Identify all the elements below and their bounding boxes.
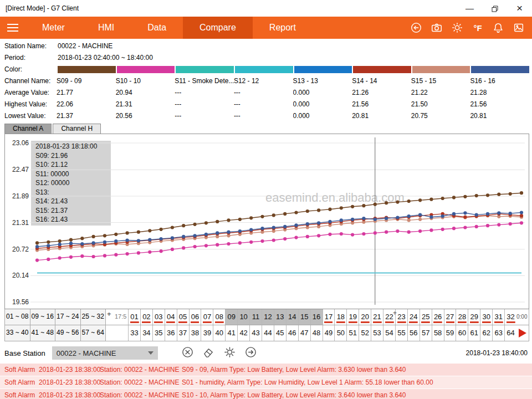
channel-number-cell[interactable]: 25 — [420, 309, 432, 325]
channel-number-cell[interactable]: 21 — [371, 309, 383, 325]
menu-icon[interactable] — [0, 17, 25, 39]
channel-number-cell[interactable]: 17 — [323, 309, 335, 325]
channel-number-cell[interactable]: 56 — [407, 325, 420, 341]
channel-group-button[interactable]: 01 ~ 08 — [5, 309, 30, 325]
channel-number-cell[interactable]: 60 — [456, 325, 468, 341]
channel-number-cell[interactable]: 02 — [140, 309, 152, 325]
channel-number-cell[interactable]: 14 — [286, 309, 298, 325]
nav-tab-hmi[interactable]: HMI — [81, 17, 131, 39]
expand-plus-button-2[interactable]: + — [393, 309, 397, 317]
channel-number-cell[interactable]: 57 — [420, 325, 432, 341]
channel-group-button[interactable]: 25 ~ 32 — [81, 309, 106, 325]
sync-icon[interactable] — [408, 20, 424, 35]
channel-number-cell[interactable]: 20 — [359, 309, 371, 325]
channel-number-cell[interactable]: 29 — [468, 309, 480, 325]
channel-number-cell[interactable]: 31 — [492, 309, 504, 325]
channel-number-cell[interactable]: 51 — [346, 325, 359, 341]
channel-number-cell[interactable]: 30 — [480, 309, 492, 325]
channel-number-cell[interactable]: 64 — [504, 325, 516, 341]
channel-number-cell[interactable]: 38 — [189, 325, 201, 341]
channel-number-cell[interactable]: 16 — [310, 309, 323, 325]
channel-number-cell[interactable]: 49 — [323, 325, 335, 341]
fahrenheit-icon[interactable]: °F — [470, 20, 485, 35]
alarm-row[interactable]: Soft Alarm2018-01-23 18:38:00Station: 00… — [0, 364, 532, 376]
channel-number-cell[interactable]: 33 — [128, 325, 140, 341]
channel-number-cell[interactable]: 24 — [407, 309, 420, 325]
channel-number-cell[interactable]: 34 — [140, 325, 152, 341]
channel-number-cell[interactable]: 43 — [249, 325, 262, 341]
channel-number-cell[interactable]: 01 — [128, 309, 140, 325]
channel-number-cell[interactable]: 26 — [432, 309, 444, 325]
channel-number-cell[interactable]: 55 — [395, 325, 407, 341]
channel-number-cell[interactable]: 37 — [177, 325, 189, 341]
channel-number-cell[interactable]: 13 — [274, 309, 286, 325]
brightness-icon[interactable] — [449, 20, 465, 35]
channel-number-cell[interactable]: 11 — [249, 309, 262, 325]
alarm-row[interactable]: Soft Alarm2018-01-23 18:38:00Station: 00… — [0, 376, 532, 388]
channel-number-cell[interactable]: 10 — [237, 309, 249, 325]
channel-number-cell[interactable]: 27 — [444, 309, 456, 325]
channel-number-cell[interactable]: 42 — [237, 325, 249, 341]
channel-number-cell[interactable]: 50 — [334, 325, 346, 341]
camera-icon[interactable] — [429, 20, 444, 35]
channel-number-cell[interactable]: 04 — [165, 309, 177, 325]
channel-number-cell[interactable]: 48 — [310, 325, 323, 341]
channel-number-cell[interactable]: 03 — [152, 309, 165, 325]
channel-number-cell[interactable]: 35 — [152, 325, 165, 341]
channel-group-button[interactable]: 33 ~ 40 — [5, 325, 30, 341]
channel-group-button[interactable]: 09 ~ 16 — [30, 309, 56, 325]
settings-gear-button[interactable] — [223, 346, 236, 361]
channel-number-cell[interactable]: 18 — [334, 309, 346, 325]
channel-number-cell[interactable]: 53 — [371, 325, 383, 341]
channel-group-button[interactable]: 49 ~ 56 — [55, 325, 81, 341]
restore-button[interactable] — [482, 0, 507, 17]
channel-number-cell[interactable]: 15 — [298, 309, 310, 325]
scroll-right-arrow[interactable] — [516, 325, 529, 341]
channel-number-cell[interactable]: 58 — [432, 325, 444, 341]
channel-number-cell[interactable]: 09 — [225, 309, 237, 325]
trend-chart[interactable]: 2018-01-23 18:18:00S09: 21.96S10: 21.12S… — [4, 134, 529, 309]
go-arrow-button[interactable] — [244, 346, 257, 361]
channel-number-cell[interactable]: 36 — [165, 325, 177, 341]
channel-number-cell[interactable]: 59 — [444, 325, 456, 341]
channel-number-cell[interactable]: 08 — [213, 309, 225, 325]
channel-number-cell[interactable]: 63 — [492, 325, 504, 341]
close-button[interactable]: × — [507, 0, 532, 17]
channel-group-button[interactable]: 17 ~ 24 — [55, 309, 81, 325]
channel-number-cell[interactable]: 19 — [346, 309, 359, 325]
channel-number-cell[interactable]: 40 — [213, 325, 225, 341]
nav-tab-report[interactable]: Report — [253, 17, 313, 39]
minimize-button[interactable]: — — [457, 0, 482, 17]
channel-group-button[interactable]: 41 ~ 48 — [30, 325, 56, 341]
tab-channel-h[interactable]: Channel H — [53, 124, 101, 134]
snapshot-icon[interactable] — [511, 20, 526, 35]
eraser-button[interactable] — [202, 346, 215, 361]
channel-number-cell[interactable]: 23 — [395, 309, 407, 325]
channel-number-cell[interactable]: 54 — [383, 325, 395, 341]
channel-number-cell[interactable]: 46 — [286, 325, 298, 341]
channel-number-cell[interactable]: 61 — [468, 325, 480, 341]
channel-number-cell[interactable]: 28 — [456, 309, 468, 325]
channel-number-cell[interactable]: 45 — [274, 325, 286, 341]
channel-number-cell[interactable]: 41 — [225, 325, 237, 341]
expand-plus-button[interactable]: + — [107, 310, 111, 318]
alarm-row[interactable]: Soft Alarm2018-01-23 18:38:00Station: 00… — [0, 389, 532, 399]
channel-number-cell[interactable]: 12 — [262, 309, 274, 325]
base-station-dropdown[interactable]: 00022 - MACHINE — [52, 346, 158, 360]
tab-channel-a[interactable]: Channel A — [4, 124, 52, 134]
channel-number-cell[interactable]: 39 — [201, 325, 213, 341]
channel-number-cell[interactable]: 44 — [262, 325, 274, 341]
channel-number-cell[interactable]: 06 — [189, 309, 201, 325]
channel-number-cell[interactable]: 62 — [480, 325, 492, 341]
channel-number-cell[interactable]: 07 — [201, 309, 213, 325]
nav-tab-data[interactable]: Data — [131, 17, 183, 39]
channel-number-cell[interactable]: 32 — [504, 309, 516, 325]
clear-button[interactable] — [181, 346, 194, 361]
channel-number-cell[interactable]: 05 — [177, 309, 189, 325]
channel-number-cell[interactable]: 47 — [298, 325, 310, 341]
channel-group-button[interactable]: 57 ~ 64 — [81, 325, 106, 341]
alarm-bell-icon[interactable] — [490, 20, 506, 35]
channel-number-cell[interactable]: 52 — [359, 325, 371, 341]
nav-tab-compare[interactable]: Compare — [183, 17, 253, 39]
nav-tab-meter[interactable]: Meter — [25, 17, 81, 39]
